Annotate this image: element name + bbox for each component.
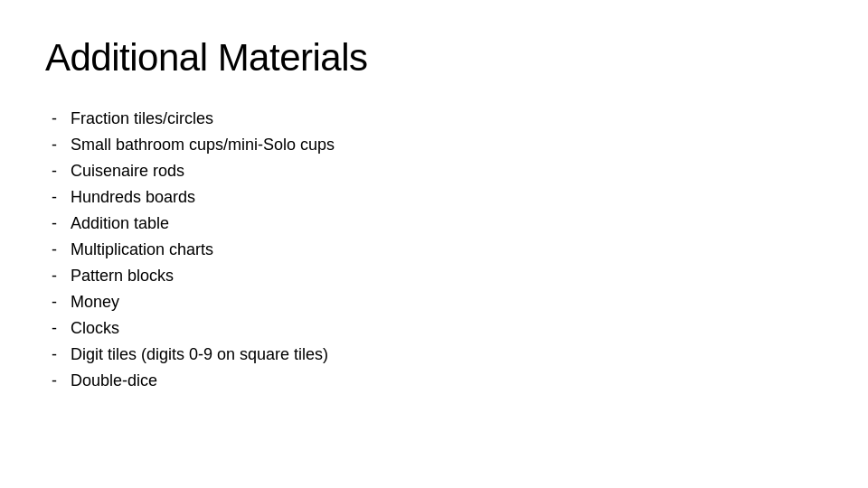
list-item: -Money — [45, 290, 823, 314]
list-item-text: Double-dice — [71, 369, 157, 393]
list-item: -Cuisenaire rods — [45, 159, 823, 183]
list-dash: - — [45, 159, 71, 183]
materials-list: -Fraction tiles/circles-Small bathroom c… — [45, 107, 823, 393]
list-item: -Small bathroom cups/mini-Solo cups — [45, 133, 823, 157]
list-dash: - — [45, 238, 71, 262]
list-item: -Digit tiles (digits 0-9 on square tiles… — [45, 343, 823, 367]
list-item: -Pattern blocks — [45, 264, 823, 288]
list-dash: - — [45, 264, 71, 288]
page-title: Additional Materials — [45, 36, 823, 80]
list-dash: - — [45, 133, 71, 157]
list-item-text: Clocks — [71, 316, 119, 341]
list-item: -Addition table — [45, 211, 823, 236]
list-dash: - — [45, 107, 71, 131]
list-item: -Fraction tiles/circles — [45, 107, 823, 131]
list-item-text: Money — [71, 290, 119, 314]
list-dash: - — [45, 185, 71, 210]
list-item-text: Pattern blocks — [71, 264, 174, 288]
list-item-text: Cuisenaire rods — [71, 159, 184, 183]
list-item-text: Small bathroom cups/mini-Solo cups — [71, 133, 335, 157]
list-item-text: Hundreds boards — [71, 185, 195, 210]
list-item-text: Multiplication charts — [71, 238, 213, 262]
list-item-text: Fraction tiles/circles — [71, 107, 213, 131]
list-dash: - — [45, 316, 71, 341]
list-dash: - — [45, 343, 71, 367]
list-dash: - — [45, 211, 71, 236]
list-item: -Double-dice — [45, 369, 823, 393]
list-item: -Multiplication charts — [45, 238, 823, 262]
list-dash: - — [45, 369, 71, 393]
list-item-text: Digit tiles (digits 0-9 on square tiles) — [71, 343, 328, 367]
list-item-text: Addition table — [71, 211, 169, 236]
list-item: -Hundreds boards — [45, 185, 823, 210]
list-item: -Clocks — [45, 316, 823, 341]
list-dash: - — [45, 290, 71, 314]
page-container: Additional Materials -Fraction tiles/cir… — [0, 0, 868, 488]
